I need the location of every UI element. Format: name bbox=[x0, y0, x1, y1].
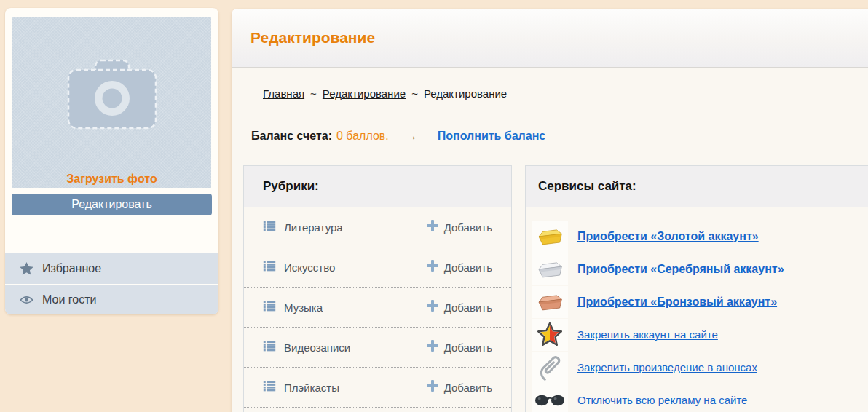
add-rubric-button[interactable]: Добавить bbox=[427, 220, 492, 234]
plus-icon bbox=[427, 380, 438, 395]
list-icon bbox=[263, 341, 276, 354]
camera-icon bbox=[66, 58, 158, 131]
plus-icon bbox=[427, 300, 438, 314]
list-icon bbox=[263, 261, 276, 274]
service-item: Закрепить произведение в анонсах bbox=[526, 351, 868, 384]
rubric-label: Плэйкасты bbox=[284, 381, 339, 394]
services-panel: Сервисы сайта: Приобрести «Золотой аккау… bbox=[525, 165, 868, 412]
sidebar-menu-item[interactable]: Мои гости bbox=[5, 284, 218, 314]
service-item: Приобрести «Золотой аккаунт» bbox=[526, 220, 868, 253]
silver-ingot-icon bbox=[532, 253, 568, 285]
sidebar-menu-label: Мои гости bbox=[42, 293, 96, 306]
plus-icon bbox=[427, 220, 438, 234]
rubric-category-link[interactable]: Видеозаписи bbox=[263, 341, 350, 354]
add-label: Добавить bbox=[444, 261, 492, 274]
breadcrumb-separator: ~ bbox=[310, 87, 317, 100]
rubric-category-link[interactable]: Музыка bbox=[263, 301, 323, 314]
rubric-row: Видеозаписи Добавить bbox=[244, 328, 511, 368]
plus-icon bbox=[427, 340, 438, 354]
gold-ingot-icon bbox=[532, 221, 568, 253]
rubric-category-link[interactable]: Плэйкасты bbox=[263, 381, 339, 395]
profile-sidebar: Загрузить фото Редактировать Избранное М… bbox=[5, 8, 218, 314]
list-icon bbox=[263, 221, 276, 234]
breadcrumb-item: Главная bbox=[251, 87, 304, 100]
balance-value: 0 баллов. bbox=[336, 130, 389, 143]
add-rubric-button[interactable]: Добавить bbox=[427, 260, 492, 274]
main-content: Редактирование Главная ~ Редактирование … bbox=[232, 9, 868, 412]
service-item: Приобрести «Серебряный аккаунт» bbox=[526, 253, 868, 285]
sidebar-menu: Избранное Мои гости bbox=[5, 253, 218, 314]
services-list: Приобрести «Золотой аккаунт» Приобрести … bbox=[526, 207, 868, 412]
breadcrumb-link: Редактирование bbox=[424, 87, 507, 100]
service-link[interactable]: Приобрести «Золотой аккаунт» bbox=[577, 230, 759, 243]
rubric-label: Литература bbox=[284, 221, 343, 234]
rubrics-panel-title: Рубрики: bbox=[244, 166, 511, 207]
breadcrumb-link[interactable]: Главная bbox=[263, 87, 304, 100]
page: Загрузить фото Редактировать Избранное М… bbox=[0, 0, 868, 412]
services-panel-title: Сервисы сайта: bbox=[526, 166, 868, 207]
rubric-category-link[interactable]: Искусство bbox=[263, 261, 335, 274]
balance-label: Баланс счета: bbox=[251, 130, 332, 143]
rubric-row: Плэйкасты Добавить bbox=[244, 368, 511, 408]
arrow-right-icon: → bbox=[406, 130, 417, 142]
rubrics-panel: Рубрики: Литература bbox=[243, 165, 512, 412]
rubric-row: Искусство Добавить bbox=[244, 247, 511, 288]
add-rubric-button[interactable]: Добавить bbox=[427, 380, 492, 395]
balance-row: Баланс счета: 0 баллов. → Пополнить бала… bbox=[251, 130, 545, 143]
topup-balance-link[interactable]: Пополнить баланс bbox=[438, 130, 546, 143]
service-item: Отключить всю рекламу на сайте bbox=[526, 384, 868, 412]
eye-icon bbox=[19, 293, 33, 307]
add-label: Добавить bbox=[444, 221, 492, 234]
breadcrumb-separator: ~ bbox=[411, 87, 418, 100]
breadcrumb-link[interactable]: Редактирование bbox=[323, 87, 406, 100]
sidebar-menu-label: Избранное bbox=[42, 262, 101, 275]
rubric-label: Видеозаписи bbox=[284, 341, 350, 354]
add-rubric-button[interactable]: Добавить bbox=[427, 340, 492, 354]
sidebar-menu-item[interactable]: Избранное bbox=[5, 253, 218, 284]
plus-icon bbox=[427, 260, 438, 274]
rubric-label: Музыка bbox=[284, 301, 323, 314]
service-link[interactable]: Отключить всю рекламу на сайте bbox=[577, 394, 747, 406]
service-item: Закрепить аккаунт на сайте bbox=[526, 318, 868, 351]
service-link[interactable]: Закрепить аккаунт на сайте bbox=[577, 328, 718, 341]
list-icon bbox=[263, 301, 276, 314]
star-badge-icon bbox=[532, 319, 568, 351]
rubric-row: Музыка Добавить bbox=[244, 288, 511, 328]
panels: Рубрики: Литература bbox=[243, 165, 868, 412]
list-icon bbox=[263, 381, 276, 395]
breadcrumb-item: ~ Редактирование bbox=[406, 87, 507, 100]
add-label: Добавить bbox=[444, 301, 492, 314]
edit-profile-button[interactable]: Редактировать bbox=[12, 194, 212, 215]
star-icon bbox=[19, 261, 33, 276]
service-item: Приобрести «Бронзовый аккаунт» bbox=[526, 285, 868, 318]
rubrics-list: Литература Добавить bbox=[244, 207, 511, 408]
service-link[interactable]: Приобрести «Бронзовый аккаунт» bbox=[577, 296, 777, 309]
add-label: Добавить bbox=[444, 341, 492, 354]
sunglasses-icon bbox=[532, 384, 568, 412]
add-rubric-button[interactable]: Добавить bbox=[427, 300, 492, 314]
breadcrumb: Главная ~ Редактирование ~ Редактировани… bbox=[251, 87, 507, 100]
add-label: Добавить bbox=[444, 381, 492, 394]
rubric-row: Литература Добавить bbox=[244, 207, 511, 247]
service-link[interactable]: Приобрести «Серебряный аккаунт» bbox=[577, 263, 784, 276]
photo-placeholder[interactable]: Загрузить фото bbox=[12, 17, 211, 188]
main-header: Редактирование bbox=[232, 9, 868, 68]
service-link[interactable]: Закрепить произведение в анонсах bbox=[577, 361, 757, 373]
upload-photo-link[interactable]: Загрузить фото bbox=[12, 173, 211, 186]
breadcrumb-item: ~ Редактирование bbox=[304, 87, 406, 100]
rubric-label: Искусство bbox=[284, 261, 335, 274]
bronze-ingot-icon bbox=[532, 286, 568, 318]
paperclip-icon bbox=[532, 352, 568, 384]
rubric-category-link[interactable]: Литература bbox=[263, 221, 343, 234]
page-title: Редактирование bbox=[250, 29, 375, 47]
